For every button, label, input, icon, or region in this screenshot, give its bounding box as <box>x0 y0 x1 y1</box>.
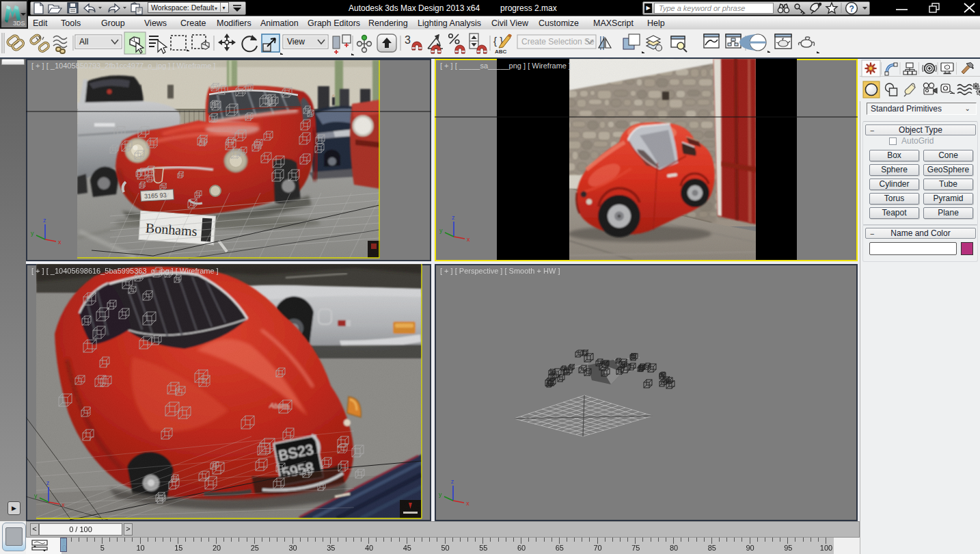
svg-text:View: View <box>287 37 305 47</box>
svg-text:y: y <box>34 492 38 499</box>
svg-text:z: z <box>46 479 50 486</box>
svg-text:z: z <box>452 214 455 221</box>
svg-text:x: x <box>62 501 65 508</box>
svg-text:All: All <box>79 37 88 47</box>
svg-text:3DS: 3DS <box>13 20 25 27</box>
svg-text:y: y <box>439 491 442 498</box>
svg-text:z: z <box>43 217 46 224</box>
svg-text:y: y <box>439 227 443 234</box>
svg-text:Create Selection Se: Create Selection Se <box>521 37 595 47</box>
svg-text:ABC: ABC <box>495 49 507 55</box>
svg-text:?: ? <box>849 4 854 14</box>
svg-text:x: x <box>58 239 62 246</box>
svg-text:x: x <box>467 236 470 243</box>
svg-text:x: x <box>466 500 469 507</box>
svg-text:3: 3 <box>405 34 411 46</box>
svg-text:z: z <box>451 478 454 485</box>
svg-text:y: y <box>31 230 34 237</box>
